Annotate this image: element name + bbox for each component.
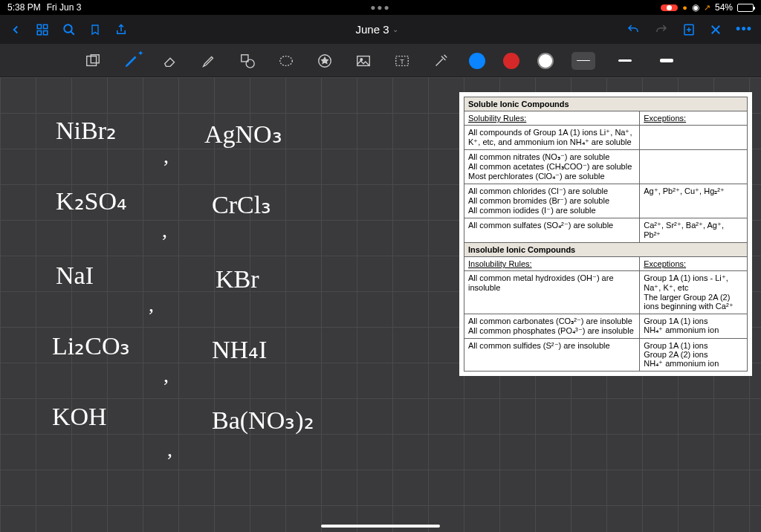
rule-cell: All common sulfides (S²⁻) are insoluble	[464, 339, 640, 372]
chevron-down-icon: ⌄	[392, 25, 398, 33]
svg-text:T: T	[400, 57, 404, 65]
more-button[interactable]: •••	[736, 22, 752, 37]
exceptions-header-2: Exceptions:	[640, 257, 748, 271]
soluble-header: Soluble Ionic Compounds	[464, 97, 748, 111]
formula-li2co3: Li₂CO₃	[52, 334, 130, 359]
formula-nibr2: NiBr₂	[56, 118, 117, 143]
exc-cell	[640, 150, 748, 184]
status-time: 5:38 PM	[7, 2, 41, 13]
lasso-tool[interactable]	[276, 51, 297, 71]
search-button[interactable]	[62, 23, 76, 36]
close-button[interactable]	[709, 23, 722, 36]
zoom-tool[interactable]	[82, 51, 103, 71]
back-button[interactable]	[9, 23, 22, 36]
stroke-thin[interactable]	[571, 52, 595, 70]
pen-tool[interactable]: ✦	[121, 51, 142, 71]
svg-rect-3	[44, 30, 48, 34]
status-bar: 5:38 PM Fri Jun 3 ●●● ● ◉ ↗ 54%	[0, 0, 761, 15]
elements-tool[interactable]	[314, 51, 335, 71]
exc-cell: Group 1A (1) ions - Li⁺, Na⁺, K⁺, etc Th…	[640, 271, 748, 314]
comma: ,	[149, 293, 154, 317]
solubility-rules-header: Solubility Rules:	[464, 111, 640, 126]
rule-cell: All common nitrates (NO₃⁻) are soluble A…	[464, 150, 640, 184]
insoluble-header: Insoluble Ionic Compounds	[464, 243, 748, 257]
add-page-button[interactable]	[682, 23, 696, 36]
text-tool[interactable]: T	[392, 51, 412, 71]
svg-line-5	[71, 31, 74, 35]
redo-button[interactable]	[654, 23, 669, 36]
grid-view-button[interactable]	[36, 23, 49, 36]
comma: ,	[163, 363, 169, 387]
status-date: Fri Jun 3	[47, 2, 82, 13]
highlighter-tool[interactable]	[198, 51, 219, 71]
document-title[interactable]: June 3 ⌄	[128, 23, 626, 36]
svg-rect-11	[87, 56, 97, 65]
svg-rect-1	[44, 25, 48, 28]
comma: ,	[167, 438, 172, 461]
svg-point-4	[64, 25, 72, 33]
color-white[interactable]	[537, 53, 554, 69]
exc-cell	[640, 126, 748, 150]
formula-k2so4: K₂SO₄	[56, 189, 127, 214]
battery-icon	[737, 4, 754, 12]
laser-tool[interactable]	[430, 51, 451, 71]
location-icon: ↗	[704, 3, 710, 13]
bookmark-button[interactable]	[89, 23, 101, 36]
rule-cell: All common chlorides (Cl⁻) are soluble A…	[464, 184, 640, 218]
pill-indicator[interactable]: ●●●	[370, 2, 391, 13]
stroke-medium[interactable]	[613, 52, 637, 70]
formula-koh: KOH	[52, 404, 107, 429]
screen-record-pill[interactable]	[661, 4, 678, 11]
shape-tool[interactable]	[237, 51, 258, 71]
comma: ,	[163, 144, 169, 168]
home-indicator[interactable]	[321, 525, 440, 528]
svg-rect-2	[37, 30, 41, 34]
wifi-icon: ◉	[692, 2, 699, 13]
formula-agno3: AgNO₃	[204, 122, 282, 147]
insolubility-rules-header: Insolubility Rules:	[464, 257, 640, 271]
wifi-dot-icon: ●	[682, 3, 687, 12]
formula-nh4i: NH₄I	[212, 337, 267, 363]
formula-crcl3: CrCl₃	[212, 192, 271, 218]
color-blue[interactable]	[469, 53, 485, 69]
stroke-thick[interactable]	[655, 52, 679, 70]
rule-cell: All common metal hydroxides (OH⁻) are in…	[464, 271, 640, 314]
rule-cell: All common carbonates (CO₃²⁻) are insolu…	[464, 314, 640, 339]
eraser-tool[interactable]	[160, 51, 181, 71]
battery-percent: 54%	[715, 2, 733, 13]
exceptions-header: Exceptions:	[640, 111, 748, 126]
share-button[interactable]	[114, 23, 128, 36]
rule-cell: All compounds of Group 1A (1) ions Li⁺, …	[464, 126, 640, 150]
solubility-table-image[interactable]: Soluble Ionic Compounds Solubility Rules…	[459, 92, 752, 376]
svg-rect-0	[37, 25, 41, 28]
exc-cell: Ca²⁺, Sr²⁺, Ba²⁺, Ag⁺, Pb²⁺	[640, 218, 748, 243]
rule-cell: All common sulfates (SO₄²⁻) are soluble	[464, 218, 640, 243]
svg-point-14	[246, 59, 254, 68]
color-red[interactable]	[503, 53, 519, 69]
comma: ,	[162, 218, 167, 242]
svg-point-15	[280, 56, 293, 65]
exc-cell: Ag⁺, Pb²⁺, Cu⁺, Hg₂²⁺	[640, 184, 748, 218]
image-tool[interactable]	[353, 51, 374, 71]
nav-bar: June 3 ⌄ •••	[0, 15, 761, 45]
exc-cell: Group 1A (1) ions NH₄⁺ ammonium ion	[640, 314, 748, 339]
exc-cell: Group 1A (1) ions Group 2A (2) ions NH₄⁺…	[640, 339, 748, 372]
undo-button[interactable]	[626, 23, 641, 36]
formula-nai: NaI	[56, 263, 94, 288]
formula-bano32: Ba(NO₃)₂	[212, 408, 314, 433]
tool-bar: ✦ T	[0, 45, 761, 77]
formula-kbr: KBr	[216, 267, 259, 292]
canvas[interactable]: NiBr₂ K₂SO₄ NaI Li₂CO₃ KOH , , , , , AgN…	[0, 77, 761, 532]
